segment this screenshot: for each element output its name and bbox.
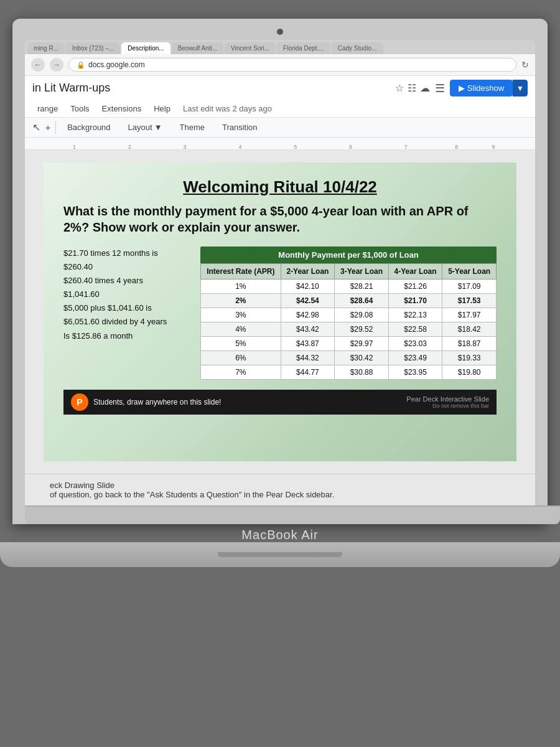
slides-app: in Lit Warm-ups ☆ ☷ ☁ ☰ ▶ Slideshow ▼ xyxy=(25,76,535,505)
notification-icon[interactable]: ☰ xyxy=(435,82,445,95)
table-cell-apr: 2% xyxy=(201,294,281,308)
toolbar-theme[interactable]: Theme xyxy=(174,120,211,134)
back-button[interactable]: ← xyxy=(31,58,45,72)
slides-title-icons: ☆ ☷ ☁ xyxy=(395,82,430,94)
slideshow-label: Slideshow xyxy=(467,83,504,93)
play-icon: ▶ xyxy=(459,83,465,93)
col-3yr: 3-Year Loan xyxy=(335,264,389,280)
table-cell-apr: 6% xyxy=(201,351,281,365)
last-edit-text: Last edit was 2 days ago xyxy=(183,104,272,113)
url-text: docs.google.com xyxy=(88,60,145,69)
col-4yr: 4-Year Loan xyxy=(388,264,442,280)
menu-range[interactable]: range xyxy=(32,101,63,116)
table-cell-four: $21.70 xyxy=(388,294,442,308)
slideshow-dropdown-button[interactable]: ▼ xyxy=(513,80,528,96)
slideshow-button[interactable]: ▶ Slideshow xyxy=(450,80,513,96)
slide-work-steps: $21.70 times 12 months is $260.40 $260.4… xyxy=(63,247,188,343)
work-step-3: $260.40 times 4 years xyxy=(63,274,188,288)
toolbar-transition[interactable]: Transition xyxy=(216,120,264,134)
macbook-label-wrapper: MacBook Air xyxy=(241,528,318,542)
camera-dot xyxy=(277,29,283,35)
tab-beowulf[interactable]: Beowulf Anti... xyxy=(172,42,223,54)
slides-titlebar: in Lit Warm-ups ☆ ☷ ☁ ☰ ▶ Slideshow ▼ xyxy=(25,76,535,100)
table-cell-five: $17.53 xyxy=(442,294,497,308)
table-cell-four: $23.95 xyxy=(388,365,442,380)
lock-icon: 🔒 xyxy=(77,61,85,69)
tab-vincent[interactable]: Vincent Sori... xyxy=(225,42,276,54)
pear-deck-bar: P Students, draw anywhere on this slide!… xyxy=(63,390,497,415)
table-cell-four: $22.58 xyxy=(388,322,442,337)
table-cell-four: $23.49 xyxy=(388,351,442,365)
col-2yr: 2-Year Loan xyxy=(281,264,335,280)
menu-extensions[interactable]: Extensions xyxy=(97,101,147,116)
table-row: 4%$43.42$29.52$22.58$18.42 xyxy=(201,322,497,337)
slide-heading: Welcoming Ritual 10/4/22 xyxy=(63,177,497,197)
drive-icon[interactable]: ☷ xyxy=(408,82,416,94)
toolbar-divider xyxy=(55,121,56,134)
table-title: Monthly Payment per $1,000 of Loan xyxy=(200,247,497,263)
browser-tabs: ming R... Inbox (723) –... Description..… xyxy=(25,40,535,54)
toolbar-background[interactable]: Background xyxy=(61,120,116,134)
table-cell-five: $19.33 xyxy=(442,351,497,365)
reload-icon[interactable]: ↻ xyxy=(521,60,529,70)
menu-help[interactable]: Help xyxy=(149,101,175,116)
table-cell-four: $22.13 xyxy=(388,308,442,322)
toolbar-layout[interactable]: Layout ▼ xyxy=(122,120,169,134)
laptop-base xyxy=(0,542,560,567)
table-cell-two: $43.42 xyxy=(281,322,335,337)
forward-button[interactable]: → xyxy=(50,58,63,72)
tab-cady[interactable]: Cady Studio... xyxy=(332,42,383,54)
work-step-2: $260.40 xyxy=(63,260,188,274)
tab-description[interactable]: Description... xyxy=(121,42,170,54)
slides-toolbar: ↖ + Background Layout ▼ Theme Transition xyxy=(25,118,535,138)
table-cell-two: $44.32 xyxy=(281,351,335,365)
menu-tools[interactable]: Tools xyxy=(65,101,94,116)
tab-inbox[interactable]: Inbox (723) –... xyxy=(66,42,120,54)
tab-ming[interactable]: ming R... xyxy=(27,42,65,54)
table-cell-five: $19.80 xyxy=(442,365,497,380)
pear-deck-logo: P xyxy=(71,393,88,411)
work-step-6: $6,051.60 divided by 4 years xyxy=(63,315,188,329)
slide-inner: Welcoming Ritual 10/4/22 What is the mon… xyxy=(44,162,516,425)
work-step-4: $1,041.60 xyxy=(63,288,188,301)
star-icon[interactable]: ☆ xyxy=(395,82,404,94)
table-cell-three: $30.42 xyxy=(335,351,389,365)
table-cell-three: $28.21 xyxy=(335,280,389,294)
col-apr: Interest Rate (APR) xyxy=(201,264,281,280)
table-cell-three: $30.88 xyxy=(335,365,389,380)
slide-content[interactable]: Welcoming Ritual 10/4/22 What is the mon… xyxy=(44,162,516,461)
table-cell-apr: 7% xyxy=(201,365,281,380)
table-row: 7%$44.77$30.88$23.95$19.80 xyxy=(201,365,497,380)
url-bar[interactable]: 🔒 docs.google.com xyxy=(68,58,516,72)
table-cell-apr: 4% xyxy=(201,322,281,337)
table-cell-two: $42.10 xyxy=(281,280,335,294)
table-row: 3%$42.98$29.08$22.13$17.97 xyxy=(201,308,497,322)
tab-florida[interactable]: Florida Dept.... xyxy=(277,42,330,54)
table-row: 6%$44.32$30.42$23.49$19.33 xyxy=(201,351,497,365)
loan-table: Interest Rate (APR) 2-Year Loan 3-Year L… xyxy=(200,263,497,380)
slides-title: in Lit Warm-ups xyxy=(32,82,390,95)
work-step-5: $5,000 plus $1,041.60 is xyxy=(63,301,188,315)
table-row: 2%$42.54$28.64$21.70$17.53 xyxy=(201,294,497,308)
toolbar-shape[interactable]: + xyxy=(45,123,50,133)
table-cell-three: $29.52 xyxy=(335,322,389,337)
toolbar-arrow[interactable]: ↖ xyxy=(32,121,40,133)
below-line-1: eck Drawing Slide xyxy=(50,481,510,490)
below-line-2: of question, go back to the "Ask Student… xyxy=(50,490,510,499)
work-step-1: $21.70 times 12 months is xyxy=(63,247,188,260)
table-header-row: Interest Rate (APR) 2-Year Loan 3-Year L… xyxy=(201,264,497,280)
loan-table-wrapper: Monthly Payment per $1,000 of Loan Inter… xyxy=(200,247,497,380)
table-cell-two: $43.87 xyxy=(281,337,335,351)
pear-deck-message: Students, draw anywhere on this slide! xyxy=(93,398,221,406)
table-row: 1%$42.10$28.21$21.26$17.09 xyxy=(201,280,497,294)
cloud-icon[interactable]: ☁ xyxy=(420,82,430,94)
slide-canvas-area[interactable]: Welcoming Ritual 10/4/22 What is the mon… xyxy=(25,150,535,474)
trackpad-notch xyxy=(218,552,342,557)
layout-dropdown-icon: ▼ xyxy=(154,123,162,132)
table-row: 5%$43.87$29.97$23.03$18.87 xyxy=(201,337,497,351)
table-cell-five: $18.87 xyxy=(442,337,497,351)
table-cell-three: $29.97 xyxy=(335,337,389,351)
slide-question: What is the monthly payment for a $5,000… xyxy=(63,203,497,235)
macbook-label: MacBook Air xyxy=(241,528,318,542)
work-step-7: Is $125.86 a month xyxy=(63,329,188,343)
